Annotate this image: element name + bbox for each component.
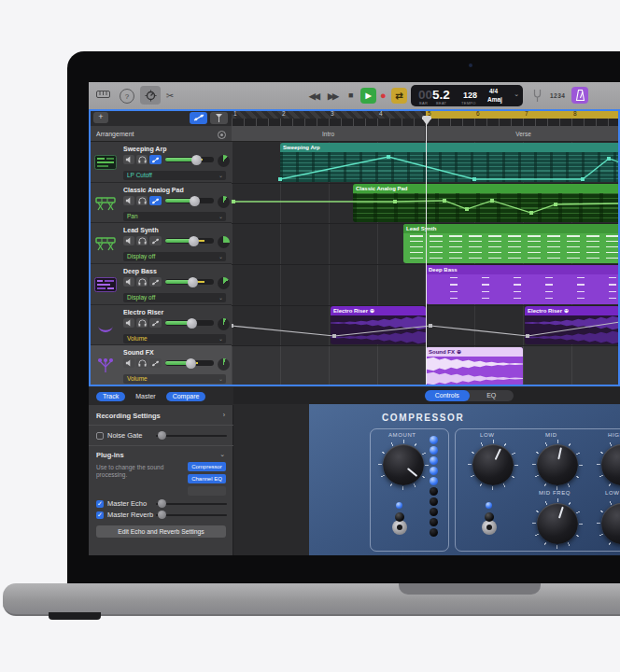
- solo-button[interactable]: [136, 196, 148, 205]
- track-automation-button[interactable]: [149, 236, 162, 245]
- arrangement-menu-icon[interactable]: [218, 131, 226, 139]
- quick-help-button[interactable]: ?: [120, 89, 134, 104]
- plugins-header[interactable]: Plug-ins: [96, 451, 124, 459]
- mute-button[interactable]: [123, 196, 134, 205]
- automation-mode-button[interactable]: [190, 112, 207, 124]
- keyboard-icon: [96, 91, 110, 100]
- chevron-right-icon[interactable]: ›: [223, 412, 225, 418]
- smart-controls-button[interactable]: [140, 86, 161, 105]
- speaker-icon: [125, 319, 133, 327]
- track-header-classic-analog-pad[interactable]: Classic Analog Pad Pan⌄: [89, 183, 232, 223]
- automation-parameter-select[interactable]: Pan⌄: [123, 212, 226, 221]
- eq-power-toggle[interactable]: [481, 512, 498, 535]
- automation-curve-sweeping-arp[interactable]: [280, 157, 620, 179]
- volume-slider[interactable]: [165, 198, 214, 203]
- chevron-down-icon[interactable]: ⌄: [514, 91, 519, 98]
- pan-knob[interactable]: [218, 196, 230, 208]
- solo-button[interactable]: [136, 277, 148, 287]
- automation-curve-classic-analog-pad[interactable]: [233, 201, 620, 213]
- solo-button[interactable]: [136, 236, 148, 245]
- synth-icon: [93, 193, 118, 214]
- volume-slider[interactable]: [165, 157, 214, 162]
- track-automation-button[interactable]: [149, 358, 162, 368]
- add-track-button[interactable]: +: [93, 112, 108, 123]
- tab-master[interactable]: Master: [129, 392, 162, 401]
- volume-slider[interactable]: [165, 279, 214, 285]
- eq-low-cut-label: LOW CUT: [605, 490, 620, 496]
- recording-settings-row[interactable]: Recording Settings: [96, 412, 161, 420]
- metronome-button[interactable]: [571, 87, 588, 104]
- track-automation-button[interactable]: [149, 196, 162, 205]
- play-button[interactable]: ▶: [360, 88, 376, 104]
- mute-button[interactable]: [123, 236, 134, 245]
- arrangement-section-intro[interactable]: Intro: [232, 126, 425, 142]
- automation-parameter-select[interactable]: Display off⌄: [123, 252, 226, 261]
- volume-slider[interactable]: [165, 320, 214, 326]
- tab-track[interactable]: Track: [96, 392, 125, 401]
- noise-gate-checkbox[interactable]: [96, 432, 104, 440]
- plugin-empty-slot[interactable]: [188, 486, 226, 496]
- apple-marketing-canvas: ? ✂ ◀◀ ▶▶ ■ ▶ ● ⇄ 00 5.2 BAR BEAT 128 TE…: [0, 0, 620, 672]
- lcd-display[interactable]: 00 5.2 BAR BEAT 128 TEMPO 4/4 Amaj ⌄: [411, 85, 523, 106]
- solo-button[interactable]: [136, 358, 148, 368]
- pan-knob[interactable]: [218, 155, 230, 167]
- arrangement-section-verse[interactable]: Verse: [427, 126, 620, 142]
- track-automation-button[interactable]: [149, 318, 162, 328]
- master-reverb-checkbox[interactable]: ✓: [96, 511, 104, 519]
- arrangement-track-header[interactable]: Arrangement: [89, 126, 232, 142]
- eq-mid-freq-knob[interactable]: [537, 503, 578, 544]
- automation-parameter-select[interactable]: Volume⌄: [123, 374, 226, 384]
- editors-button[interactable]: ✂: [163, 88, 176, 103]
- compressor-amount-knob[interactable]: [383, 444, 424, 485]
- plugin-channel-eq-button[interactable]: Channel EQ: [188, 474, 226, 483]
- pan-knob[interactable]: [218, 277, 230, 289]
- stop-button[interactable]: ■: [348, 91, 353, 100]
- automation-parameter-select[interactable]: Display off⌄: [123, 293, 226, 302]
- track-header-sound-fx[interactable]: Sound FX Volume⌄: [89, 345, 232, 386]
- record-button[interactable]: ●: [380, 90, 387, 101]
- pan-knob[interactable]: [218, 318, 230, 330]
- solo-button[interactable]: [136, 318, 148, 328]
- forward-button[interactable]: ▶▶: [328, 91, 337, 101]
- speaker-icon: [125, 237, 133, 245]
- mute-button[interactable]: [123, 358, 134, 368]
- mute-button[interactable]: [123, 155, 134, 164]
- tab-eq[interactable]: EQ: [470, 390, 514, 401]
- volume-slider[interactable]: [165, 360, 214, 366]
- track-header-electro-riser[interactable]: Electro Riser Volume⌄: [89, 305, 232, 345]
- plugin-compressor-button[interactable]: Compressor: [188, 462, 226, 471]
- track-automation-button[interactable]: [149, 155, 162, 164]
- track-header-deep-bass[interactable]: Deep Bass Display off⌄: [89, 264, 232, 305]
- count-in-button[interactable]: 1234: [550, 92, 565, 99]
- mute-button[interactable]: [123, 318, 134, 328]
- track-automation-button[interactable]: [149, 277, 162, 287]
- edit-echo-reverb-button[interactable]: Edit Echo and Reverb Settings: [96, 525, 226, 538]
- master-echo-slider[interactable]: [156, 503, 227, 505]
- eq-mid-knob[interactable]: [537, 444, 578, 485]
- rewind-button[interactable]: ◀◀: [309, 91, 318, 101]
- catch-playhead-button[interactable]: [210, 112, 228, 124]
- chevron-down-icon[interactable]: ⌄: [219, 451, 225, 458]
- compressor-power-toggle[interactable]: [391, 512, 408, 535]
- cycle-region[interactable]: [426, 109, 620, 119]
- master-reverb-slider[interactable]: [156, 514, 227, 516]
- volume-slider[interactable]: [165, 238, 214, 244]
- tuner-button[interactable]: [531, 89, 542, 103]
- track-header-lead-synth[interactable]: Lead Synth Display off⌄: [89, 223, 232, 264]
- noise-gate-slider[interactable]: [156, 435, 227, 437]
- solo-button[interactable]: [136, 155, 148, 164]
- playhead-marker[interactable]: [422, 119, 431, 125]
- keyboard-button[interactable]: [94, 89, 111, 102]
- gain-reduction-led: [430, 477, 438, 485]
- track-header-sweeping-arp[interactable]: Sweeping Arp LP Cutoff⌄: [89, 142, 232, 183]
- tab-controls[interactable]: Controls: [425, 390, 470, 401]
- pan-knob[interactable]: [218, 236, 230, 248]
- compare-button[interactable]: Compare: [166, 392, 206, 401]
- mute-button[interactable]: [123, 277, 134, 287]
- pan-knob[interactable]: [218, 358, 230, 371]
- automation-parameter-select[interactable]: Volume⌄: [123, 334, 226, 343]
- eq-low-knob[interactable]: [472, 444, 514, 485]
- master-echo-checkbox[interactable]: ✓: [96, 500, 104, 508]
- cycle-button[interactable]: ⇄: [391, 88, 407, 104]
- automation-parameter-select[interactable]: LP Cutoff⌄: [123, 171, 226, 180]
